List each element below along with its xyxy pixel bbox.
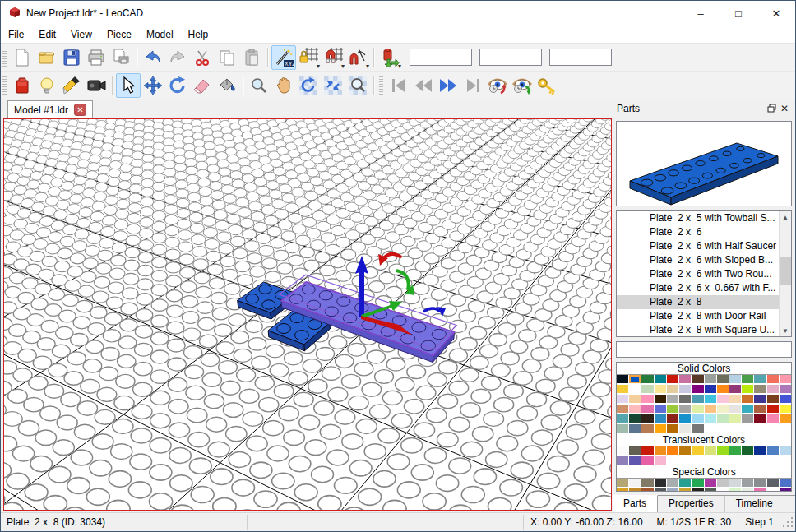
- parts-list-scrollbar[interactable]: ▲ ▼: [779, 211, 791, 336]
- color-swatch[interactable]: [667, 424, 678, 433]
- undo-button[interactable]: [141, 45, 165, 70]
- color-swatch[interactable]: [767, 385, 779, 393]
- roll-tool-button[interactable]: [321, 73, 345, 98]
- color-swatch[interactable]: [692, 479, 703, 487]
- color-swatch[interactable]: [767, 414, 779, 423]
- color-swatch[interactable]: [617, 414, 628, 423]
- snap-angle-button[interactable]: ▾: [345, 45, 370, 70]
- color-swatch[interactable]: [692, 488, 703, 492]
- color-swatch[interactable]: [679, 405, 691, 413]
- color-swatch[interactable]: [667, 375, 678, 383]
- color-swatch[interactable]: [705, 446, 716, 455]
- part-list-item[interactable]: Plate 2 x 6 x 0.667 with F...: [617, 281, 779, 295]
- zoom-tool-button[interactable]: [247, 73, 271, 98]
- color-swatch[interactable]: [717, 395, 729, 403]
- color-swatch[interactable]: [655, 395, 666, 403]
- panel-tab-properties[interactable]: Properties: [658, 496, 725, 513]
- open-file-button[interactable]: [35, 45, 59, 70]
- color-swatch[interactable]: [705, 488, 716, 492]
- color-swatch[interactable]: [705, 405, 716, 413]
- zoom-region-button[interactable]: [345, 73, 370, 98]
- color-swatch[interactable]: [667, 414, 678, 423]
- new-file-button[interactable]: [10, 45, 35, 70]
- toolbar-grip[interactable]: [2, 49, 7, 67]
- color-swatch[interactable]: [655, 424, 666, 433]
- color-swatch[interactable]: [641, 405, 653, 413]
- color-swatch[interactable]: [692, 424, 703, 433]
- color-swatch[interactable]: [754, 375, 766, 383]
- color-swatch[interactable]: [617, 479, 628, 487]
- color-swatch[interactable]: [679, 375, 691, 383]
- first-step-button[interactable]: [386, 73, 411, 98]
- color-swatch[interactable]: [692, 405, 703, 413]
- snap-move-button[interactable]: ▾: [321, 45, 345, 70]
- redo-button[interactable]: [165, 45, 190, 70]
- close-button[interactable]: ✕: [757, 1, 795, 25]
- color-swatch[interactable]: [641, 479, 653, 487]
- part-list-item[interactable]: Plate 2 x 8 with Door Rail: [617, 309, 779, 323]
- color-swatch[interactable]: [729, 414, 741, 423]
- color-swatch[interactable]: [742, 405, 753, 413]
- color-swatch[interactable]: [692, 414, 703, 423]
- menu-help[interactable]: Help: [181, 26, 216, 43]
- delete-tool-button[interactable]: [190, 73, 215, 98]
- maximize-button[interactable]: □: [720, 1, 757, 25]
- color-swatch[interactable]: [729, 405, 741, 413]
- menu-view[interactable]: View: [63, 26, 100, 43]
- rotate-view-button[interactable]: [296, 73, 321, 98]
- minimize-button[interactable]: –: [682, 1, 720, 25]
- color-swatch[interactable]: [729, 488, 741, 492]
- color-swatch[interactable]: [742, 414, 753, 423]
- color-swatch[interactable]: [629, 456, 641, 465]
- color-swatch[interactable]: [641, 446, 653, 455]
- color-swatch[interactable]: [655, 375, 666, 383]
- color-swatch[interactable]: [780, 405, 791, 413]
- color-swatch[interactable]: [767, 488, 779, 492]
- color-swatch[interactable]: [717, 488, 729, 492]
- color-swatch[interactable]: [655, 385, 666, 393]
- color-swatch[interactable]: [655, 488, 666, 492]
- color-swatch[interactable]: [679, 414, 691, 423]
- part-list-item[interactable]: Plate 2 x 6 with Two Rou...: [617, 267, 779, 281]
- color-swatch[interactable]: [742, 395, 753, 403]
- color-swatch[interactable]: [692, 375, 703, 383]
- color-swatch[interactable]: [780, 446, 791, 455]
- color-swatch[interactable]: [717, 375, 729, 383]
- color-swatch[interactable]: [667, 395, 678, 403]
- color-swatch[interactable]: [641, 395, 653, 403]
- color-swatch[interactable]: [767, 375, 779, 383]
- relative-transform-button[interactable]: XYZ: [271, 45, 296, 70]
- menu-model[interactable]: Model: [139, 26, 181, 43]
- float-panel-icon[interactable]: [765, 102, 778, 115]
- color-swatch[interactable]: [705, 479, 716, 487]
- color-swatch[interactable]: [629, 375, 641, 383]
- part-list-item[interactable]: Plate 2 x 5 with Towball S...: [617, 211, 779, 225]
- previous-step-button[interactable]: [411, 73, 436, 98]
- show-later-button[interactable]: [510, 73, 535, 98]
- color-swatch[interactable]: [729, 385, 741, 393]
- color-swatch[interactable]: [717, 446, 729, 455]
- color-swatch[interactable]: [729, 395, 741, 403]
- last-step-button[interactable]: [460, 73, 485, 98]
- color-swatch[interactable]: [667, 446, 678, 455]
- color-swatch[interactable]: [767, 479, 779, 487]
- color-swatch[interactable]: [742, 488, 753, 492]
- select-tool-button[interactable]: [116, 73, 141, 98]
- color-swatch[interactable]: [717, 414, 729, 423]
- scroll-thumb[interactable]: [780, 257, 791, 285]
- color-swatch[interactable]: [641, 385, 653, 393]
- color-swatch[interactable]: [629, 488, 641, 492]
- part-list-item[interactable]: Plate 2 x 8: [617, 295, 779, 309]
- cut-button[interactable]: [190, 45, 215, 70]
- transform-button[interactable]: ▾: [377, 45, 402, 70]
- color-swatch[interactable]: [679, 479, 691, 487]
- model-tab[interactable]: Model #1.ldr ✕: [7, 100, 93, 118]
- color-swatch[interactable]: [754, 414, 766, 423]
- lock-button[interactable]: [535, 73, 559, 98]
- part-list-item[interactable]: Plate 2 x 6 with Half Saucer: [617, 239, 779, 253]
- color-swatch[interactable]: [742, 375, 753, 383]
- color-swatch[interactable]: [705, 414, 716, 423]
- close-panel-icon[interactable]: ✕: [778, 102, 791, 115]
- color-swatch[interactable]: [629, 414, 641, 423]
- color-swatch[interactable]: [692, 395, 703, 403]
